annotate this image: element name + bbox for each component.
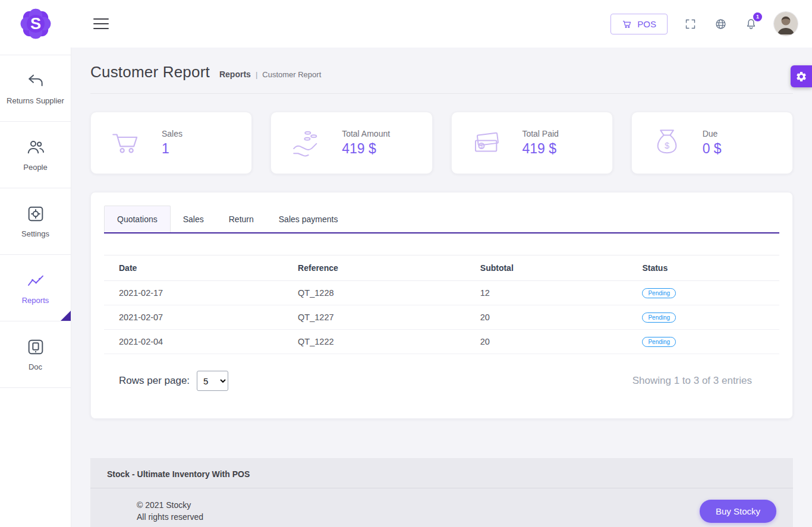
status-badge: Pending xyxy=(642,288,676,298)
fullscreen-button[interactable] xyxy=(683,17,698,31)
tab-return[interactable]: Return xyxy=(216,206,266,232)
table-row: 2021-02-17 QT_1228 12 Pending xyxy=(104,281,779,305)
rows-per-page-select[interactable]: 5 xyxy=(197,371,228,391)
sidebar-item-people[interactable]: People xyxy=(0,122,71,188)
stat-card-total-amount: Total Amount 419 $ xyxy=(270,112,432,174)
status-badge: Pending xyxy=(642,337,676,347)
cell-subtotal: 12 xyxy=(476,281,638,305)
tab-sales-payments[interactable]: Sales payments xyxy=(266,206,351,232)
stat-value: 419 $ xyxy=(342,141,390,157)
showing-entries-text: Showing 1 to 3 of 3 entries xyxy=(632,375,752,387)
sidebar-item-label: Returns Supplier xyxy=(4,96,67,106)
page-title: Customer Report xyxy=(90,63,210,81)
breadcrumb-section-link[interactable]: Reports xyxy=(219,70,251,79)
sidebar: Returns Supplier People Settings xyxy=(0,48,71,527)
stat-label: Due xyxy=(703,129,722,138)
sidebar-item-label: Doc xyxy=(26,362,45,372)
table-footer: Rows per page: 5 Showing 1 to 3 of 3 ent… xyxy=(104,371,779,391)
footer-title: Stock - Ultimate Inventory With POS xyxy=(90,458,793,488)
menu-toggle-button[interactable] xyxy=(91,16,111,31)
cell-reference: QT_1222 xyxy=(293,330,476,354)
sidebar-item-label: People xyxy=(21,163,49,172)
report-tabs: Quotations Sales Return Sales payments xyxy=(104,206,779,233)
sidebar-item-doc[interactable]: Doc xyxy=(0,321,71,388)
return-arrow-icon xyxy=(26,71,45,90)
sidebar-item-label: Reports xyxy=(20,296,52,305)
notifications-button[interactable]: 1 xyxy=(744,17,759,31)
globe-icon xyxy=(715,18,727,30)
top-header: S POS xyxy=(0,0,812,48)
people-icon xyxy=(26,138,45,157)
column-header-subtotal: Subtotal xyxy=(476,255,638,281)
quotations-table: Date Reference Subtotal Status 2021-02-1… xyxy=(104,255,779,354)
rights-text: All rights reserved xyxy=(137,511,203,523)
app-logo[interactable]: S xyxy=(0,6,71,42)
stat-card-sales: Sales 1 xyxy=(90,112,252,174)
column-header-date: Date xyxy=(104,255,293,281)
settings-box-icon xyxy=(26,204,45,223)
gear-icon xyxy=(795,71,807,83)
shopping-cart-icon xyxy=(91,126,162,160)
sidebar-scroll-stub xyxy=(0,48,71,55)
cell-date: 2021-02-17 xyxy=(104,281,293,305)
column-header-reference: Reference xyxy=(293,255,476,281)
page-head: Customer Report Reports | Customer Repor… xyxy=(90,63,793,81)
report-card: Quotations Sales Return Sales payments D… xyxy=(90,192,793,419)
hand-coins-icon xyxy=(271,126,342,160)
cell-status: Pending xyxy=(637,305,779,330)
table-row: 2021-02-07 QT_1227 20 Pending xyxy=(104,305,779,330)
buy-stocky-button[interactable]: Buy Stocky xyxy=(700,500,776,523)
sidebar-item-reports[interactable]: Reports xyxy=(0,255,71,321)
topbar-actions: POS 1 xyxy=(610,12,812,36)
cell-status: Pending xyxy=(637,330,779,354)
table-row: 2021-02-04 QT_1222 20 Pending xyxy=(104,330,779,354)
svg-text:$: $ xyxy=(480,143,483,149)
rows-per-page-label: Rows per page: xyxy=(119,375,190,387)
stat-card-total-paid: $ Total Paid 419 $ xyxy=(451,112,613,174)
logo-letter: S xyxy=(30,14,41,33)
cell-subtotal: 20 xyxy=(476,330,638,354)
header-divider xyxy=(90,93,793,94)
stat-value: 419 $ xyxy=(522,141,558,157)
chart-line-icon xyxy=(26,271,45,290)
notification-count-badge: 1 xyxy=(753,12,762,21)
pos-button-label: POS xyxy=(637,19,656,29)
tab-quotations[interactable]: Quotations xyxy=(104,206,171,232)
fullscreen-icon xyxy=(684,18,697,30)
cart-icon xyxy=(622,19,632,29)
logo-flower-icon: S xyxy=(18,6,53,42)
cell-status: Pending xyxy=(637,281,779,305)
cell-date: 2021-02-07 xyxy=(104,305,293,330)
user-avatar[interactable] xyxy=(774,12,798,36)
cell-date: 2021-02-04 xyxy=(104,330,293,354)
language-button[interactable] xyxy=(713,17,728,31)
pos-button[interactable]: POS xyxy=(610,14,668,34)
footer: Stock - Ultimate Inventory With POS © 20… xyxy=(90,458,793,527)
cell-subtotal: 20 xyxy=(476,305,638,330)
doc-icon xyxy=(26,337,45,356)
breadcrumb-current: Customer Report xyxy=(262,70,321,79)
cell-reference: QT_1227 xyxy=(293,305,476,330)
theme-settings-button[interactable] xyxy=(791,65,812,87)
sidebar-item-returns-supplier[interactable]: Returns Supplier xyxy=(0,55,71,122)
avatar-photo xyxy=(774,12,798,36)
sidebar-item-label: Settings xyxy=(19,229,52,239)
svg-text:$: $ xyxy=(665,141,669,150)
sidebar-item-settings[interactable]: Settings xyxy=(0,188,71,255)
stat-card-due: $ Due 0 $ xyxy=(631,112,793,174)
status-badge: Pending xyxy=(642,313,676,323)
stats-row: Sales 1 Total Amount 419 $ xyxy=(90,112,793,174)
stat-value: 0 $ xyxy=(703,141,722,157)
stat-label: Sales xyxy=(162,129,182,138)
table-header-row: Date Reference Subtotal Status xyxy=(104,255,779,281)
stat-label: Total Amount xyxy=(342,129,390,138)
banknotes-icon: $ xyxy=(452,126,523,160)
tab-sales[interactable]: Sales xyxy=(171,206,216,232)
money-bag-icon: $ xyxy=(632,126,703,160)
stat-value: 1 xyxy=(162,141,182,157)
cell-reference: QT_1228 xyxy=(293,281,476,305)
stat-label: Total Paid xyxy=(522,129,558,138)
column-header-status: Status xyxy=(637,255,779,281)
main-content: Customer Report Reports | Customer Repor… xyxy=(71,48,812,527)
breadcrumb-separator: | xyxy=(256,70,257,79)
